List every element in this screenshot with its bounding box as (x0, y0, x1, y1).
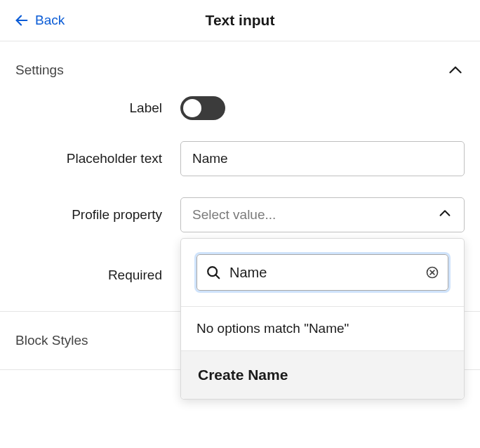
required-field-label: Required (15, 268, 180, 283)
page-header: Back Text input (0, 0, 480, 41)
create-option[interactable]: Create Name (181, 350, 464, 399)
page-title: Text input (206, 12, 275, 29)
placeholder-row: Placeholder text (15, 141, 465, 176)
no-options-message: No options match "Name" (181, 307, 464, 350)
label-field-label: Label (15, 100, 180, 116)
chevron-up-icon (446, 61, 465, 79)
profile-property-row: Profile property Select value... (15, 197, 465, 232)
back-label: Back (35, 13, 65, 28)
settings-section-header[interactable]: Settings (0, 41, 480, 96)
clear-icon[interactable] (425, 265, 439, 279)
chevron-up-icon (437, 206, 453, 224)
dropdown-search-container (196, 254, 448, 291)
label-row: Label (15, 96, 465, 120)
settings-section-title: Settings (15, 62, 64, 78)
profile-property-dropdown: No options match "Name" Create Name (180, 238, 465, 400)
toggle-knob (183, 99, 201, 117)
profile-property-select[interactable]: Select value... (180, 197, 465, 232)
search-icon (206, 265, 221, 280)
block-styles-title: Block Styles (15, 333, 88, 348)
settings-form: Label Placeholder text Profile property … (0, 96, 480, 283)
placeholder-field-label: Placeholder text (15, 151, 180, 166)
arrow-left-icon (14, 13, 29, 28)
profile-property-field-label: Profile property (15, 207, 180, 223)
select-placeholder-text: Select value... (192, 207, 276, 223)
svg-line-2 (215, 275, 219, 278)
placeholder-text-input[interactable] (180, 141, 465, 176)
label-toggle[interactable] (180, 96, 225, 120)
dropdown-search-input[interactable] (229, 265, 425, 281)
back-button[interactable]: Back (14, 13, 65, 28)
